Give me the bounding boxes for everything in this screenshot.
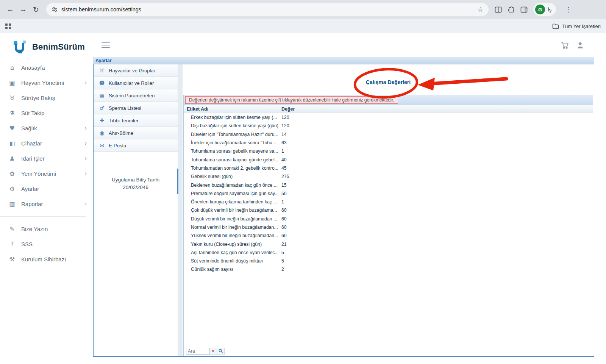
row-value[interactable]: 1 [279,148,284,154]
table-row[interactable]: Düveler için "Tohumlanmaya Hazır" duru..… [184,130,593,139]
panel-splitter[interactable] [178,64,183,356]
table-row[interactable]: Beklenen buzağılamadan kaç gün önce ... … [184,181,593,189]
table-row[interactable]: Aşı tarihinden kaç gün önce uyarı verile… [184,248,593,257]
sidebar-item[interactable]: ▣ Hayvan Yönetimi › [0,75,93,90]
user-icon[interactable] [576,41,584,49]
table-row[interactable]: Tohumlamadan sonraki 2. gebelik kontro..… [184,164,593,172]
settings-nav-item[interactable]: ♂ Sperma Listesi [94,102,178,114]
search-input[interactable] [186,348,209,355]
settings-nav-item[interactable]: ◉ Ahır-Bölme [94,127,178,139]
search-icon[interactable] [217,348,225,355]
row-value[interactable]: 60 [279,216,287,222]
settings-nav-item-icon: ☻ [98,80,105,86]
row-value[interactable]: 2 [279,267,284,272]
browser-menu-button[interactable]: ⋮ [562,3,575,16]
table-row[interactable]: Süt veriminde önemli düşüş miktarı 5 [184,257,593,265]
row-value[interactable]: 5 [279,258,284,264]
site-settings-icon[interactable] [52,6,58,12]
sidebar-item-icon: ⚙ [8,185,16,192]
row-value[interactable]: 60 [279,225,287,230]
profile-chip[interactable]: G İş [533,3,556,16]
settings-nav-item[interactable]: ♉ Hayvanlar ve Gruplar [94,64,178,77]
sidebar-item[interactable]: ⌂ Anasayfa › [0,60,93,75]
sidebar-item[interactable]: ♟ İdari İşler › [0,151,93,166]
extensions-icon[interactable] [508,6,515,13]
clear-search-icon[interactable]: ✕ [209,348,217,355]
sidebar-item-icon: ♥ [8,125,16,132]
menu-toggle-icon[interactable] [102,41,110,49]
reload-button[interactable]: ↻ [30,3,42,16]
table-row[interactable]: Tohumlama sonrası gebelik muayene sa... … [184,147,593,155]
table-row[interactable]: Düşük verimli bir ineğin buzağılamadan .… [184,215,593,223]
row-value[interactable]: 60 [279,208,287,213]
browser-toolbar: ← → ↻ sistem.benimsurum.com/settings ☆ G… [0,0,606,19]
row-value[interactable]: 21 [279,242,287,247]
row-value[interactable]: 120 [279,123,289,128]
settings-nav-item[interactable]: ✚ Tıbbi Terimler [94,114,178,127]
forward-button[interactable]: → [17,3,30,16]
table-row[interactable]: Tohumlama sonrası kaçıncı günde gebel...… [184,155,593,164]
table-row[interactable]: İnekler için buzağılamadan sonra "Tohu..… [184,139,593,147]
table-row[interactable]: Önerilen kuruya çıkarma tarihinden kaç .… [184,198,593,206]
logo[interactable]: BenimSürüm [0,36,93,60]
sidebar-item[interactable]: ✎ Bize Yazın › [0,221,93,236]
sidebar-item[interactable]: ⚗ Süt Takip › [0,105,93,120]
settings-nav-item-label: Kullanıcılar ve Roller [109,80,154,86]
settings-nav-item-icon: ◉ [98,130,105,136]
apps-grid-icon[interactable] [5,23,11,29]
table-row[interactable]: Gebelik süresi (gün) 275 [184,172,593,181]
side-panel-icon[interactable] [520,6,528,13]
settings-nav-item[interactable]: ☻ Kullanıcılar ve Roller [94,77,178,89]
back-button[interactable]: ← [4,3,17,16]
url-text[interactable]: sistem.benimsurum.com/settings [61,6,474,12]
sidebar-item[interactable]: ? SSS › [0,236,93,252]
all-bookmarks-button[interactable]: Tüm Yer İşaretleri [546,22,601,30]
chevron-right-icon: › [85,125,87,131]
settings-nav-item[interactable]: ✉ E-Posta [94,139,178,152]
table-row[interactable]: Günlük sağım sayısı 2 [184,265,593,273]
row-value[interactable]: 1 [279,199,284,205]
table-row[interactable]: Prematüre doğum sayılması için gün say..… [184,189,593,198]
bookmark-star-icon[interactable]: ☆ [478,6,483,14]
cart-icon[interactable] [561,41,569,49]
table-row[interactable]: Yüksek verimli bir ineğin buzağılamadan.… [184,231,593,240]
row-value[interactable]: 60 [279,233,287,238]
sidebar-item[interactable]: ♥ Sağlık › [0,120,93,136]
address-bar[interactable]: sistem.benimsurum.com/settings ☆ [46,3,489,16]
splitter-handle-icon[interactable] [177,169,178,194]
row-value[interactable]: 120 [279,115,289,120]
row-label: Günlük sağım sayısı [184,267,279,272]
row-value[interactable]: 275 [279,174,289,179]
table-row[interactable]: Erkek buzağılar için sütten kesme yaşı (… [184,113,593,122]
sidebar-item-label: Sağlık [21,125,37,131]
sidebar-item[interactable]: ✿ Yem Yönetimi › [0,166,93,181]
row-value[interactable]: 14 [279,132,287,137]
row-label: Yakın kuru (Close-up) süresi (gün) [184,242,279,247]
sidebar-item[interactable]: ◧ Cihazlar › [0,136,93,151]
sidebar-item[interactable]: ⚒ Kurulum Sihirbazı › [0,252,93,267]
table-row[interactable]: Yakın kuru (Close-up) süresi (gün) 21 [184,240,593,248]
column-header-value[interactable]: Değer [279,105,593,113]
logo-cow-icon [13,40,29,54]
row-value[interactable]: 50 [279,191,287,196]
table-row[interactable]: Çok düşük verimli bir ineğin buzağılama.… [184,206,593,214]
row-value[interactable]: 5 [279,250,284,255]
column-header-label[interactable]: Etiket Adı [184,105,279,113]
sidebar-item[interactable]: ⚙ Ayarlar › [0,181,93,196]
table-row[interactable]: Dişi buzağılar için sütten kesme yaşı (g… [184,122,593,130]
sidebar-item[interactable]: ♉ Sürüye Bakış › [0,90,93,105]
split-screen-icon[interactable] [495,6,502,13]
bookmarks-bar: Tüm Yer İşaretleri [0,19,606,33]
row-value[interactable]: 45 [279,166,287,171]
settings-nav-item[interactable]: ▦ Sistem Parametreleri [94,89,178,102]
sidebar-item-icon: ▥ [8,200,16,208]
divider [546,22,546,30]
row-value[interactable]: 63 [279,140,287,145]
edit-hint-notice: Değerleri değiştirmek için rakamın üzeri… [185,96,398,104]
row-value[interactable]: 15 [279,183,287,188]
sidebar-item[interactable]: ▥ Raporlar › [0,196,93,211]
content-panel: Çalışma Değerleri Değerleri değiştirmek … [183,64,594,356]
sidebar-item-label: Bize Yazın [21,226,48,232]
row-value[interactable]: 40 [279,157,287,162]
table-row[interactable]: Normal verimli bir ineğin buzağılamadan.… [184,223,593,231]
